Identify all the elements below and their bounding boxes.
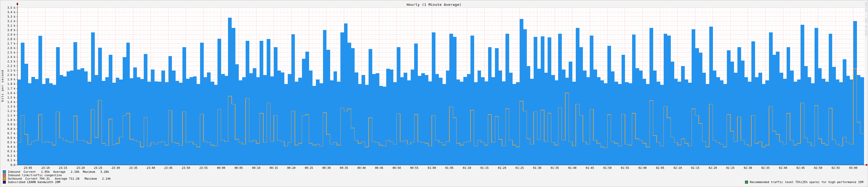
- svg-text:00:25: 00:25: [305, 166, 313, 169]
- svg-text:1.1 k: 1.1 k: [7, 114, 15, 117]
- svg-text:02:05: 02:05: [656, 166, 664, 169]
- svg-text:3.1 k: 3.1 k: [7, 24, 15, 27]
- svg-text:02:30: 02:30: [744, 166, 752, 169]
- svg-text:1.5 k: 1.5 k: [7, 96, 15, 99]
- svg-text:2.0 k: 2.0 k: [7, 73, 15, 76]
- svg-text:02:10: 02:10: [674, 166, 682, 169]
- svg-text:2.5 k: 2.5 k: [7, 51, 15, 54]
- recommended-level-swatch-icon: [745, 181, 748, 184]
- svg-text:1.4 k: 1.4 k: [7, 101, 15, 103]
- svg-text:02:00: 02:00: [639, 166, 647, 169]
- svg-text:2.1 k: 2.1 k: [7, 69, 15, 72]
- inbound-swatch-icon: [3, 170, 6, 173]
- svg-text:00:50: 00:50: [393, 166, 401, 169]
- svg-text:02:20: 02:20: [709, 166, 717, 169]
- svg-text:03:00: 03:00: [849, 166, 858, 169]
- svg-text:3.4 k: 3.4 k: [7, 11, 15, 14]
- svg-text:02:45: 02:45: [796, 166, 805, 169]
- svg-text:01:55: 01:55: [621, 166, 629, 169]
- svg-text:01:30: 01:30: [533, 166, 541, 169]
- x-axis-arrow-icon: [866, 164, 868, 166]
- svg-text:02:40: 02:40: [779, 166, 787, 169]
- svg-text:2.2 k: 2.2 k: [7, 65, 15, 67]
- svg-text:01:40: 01:40: [568, 166, 577, 169]
- svg-text:2.9 k: 2.9 k: [7, 33, 15, 36]
- svg-text:3.5 k: 3.5 k: [7, 6, 15, 9]
- outbound-swatch-icon: [3, 177, 6, 180]
- svg-text:0.1 k: 0.1 k: [7, 159, 15, 162]
- svg-text:01:05: 01:05: [445, 166, 454, 169]
- svg-text:00:15: 00:15: [270, 166, 278, 169]
- svg-text:23:35: 23:35: [129, 166, 137, 169]
- recommended-level-label: Recommended traffic level 75%(25% spare)…: [750, 180, 863, 184]
- svg-text:23:50: 23:50: [182, 166, 190, 169]
- svg-text:0.9 k: 0.9 k: [7, 123, 15, 126]
- svg-text:02:55: 02:55: [831, 166, 840, 169]
- y-tick-labels: 0.00.1 k0.2 k0.3 k0.4 k0.5 k0.6 k0.7 k0.…: [7, 6, 15, 166]
- legend-row-subscribed-bandwidth-label: Subscribed LEARN bandwidth 20M: [8, 180, 60, 184]
- traffic-plot: 23:0523:1023:1523:2023:2523:3023:3523:40…: [0, 0, 868, 187]
- recommended-level-note: Recommended traffic level 75%(25% spare)…: [745, 180, 863, 184]
- svg-text:1.0 k: 1.0 k: [7, 119, 15, 121]
- svg-text:0.5 k: 0.5 k: [7, 141, 15, 144]
- svg-text:01:50: 01:50: [603, 166, 612, 169]
- svg-text:1.3 k: 1.3 k: [7, 105, 15, 108]
- subscribed-bandwidth-swatch-icon: [3, 181, 6, 184]
- svg-text:01:15: 01:15: [480, 166, 489, 169]
- svg-text:0.7 k: 0.7 k: [7, 132, 15, 135]
- svg-text:23:25: 23:25: [94, 166, 102, 169]
- svg-text:23:30: 23:30: [112, 166, 120, 169]
- svg-text:01:35: 01:35: [551, 166, 559, 169]
- x-tick-labels: 23:0523:1023:1523:2023:2523:3023:3523:40…: [24, 166, 858, 169]
- inbound-congestion-swatch-icon: [3, 174, 6, 177]
- svg-text:1.8 k: 1.8 k: [7, 83, 15, 85]
- svg-text:02:15: 02:15: [691, 166, 700, 169]
- svg-text:1.7 k: 1.7 k: [7, 87, 15, 90]
- svg-text:0.4 k: 0.4 k: [7, 145, 15, 148]
- svg-text:23:45: 23:45: [164, 166, 173, 169]
- svg-text:0.6 k: 0.6 k: [7, 136, 15, 139]
- legend-row-inbound-label: Inbound Current 1.95k Average 2.19k Maxi…: [8, 170, 109, 174]
- svg-text:0.0: 0.0: [10, 163, 15, 166]
- svg-text:3.3 k: 3.3 k: [7, 15, 15, 18]
- svg-text:00:10: 00:10: [252, 166, 260, 169]
- svg-text:02:35: 02:35: [762, 166, 770, 169]
- svg-text:00:00: 00:00: [217, 166, 225, 169]
- svg-text:2.7 k: 2.7 k: [7, 42, 15, 45]
- y-axis-title: bits per second: [1, 67, 4, 104]
- svg-text:3.2 k: 3.2 k: [7, 20, 15, 23]
- svg-text:23:05: 23:05: [24, 166, 32, 169]
- svg-text:01:00: 01:00: [428, 166, 436, 169]
- traffic-graph-frame: 23:0523:1023:1523:2023:2523:3023:3523:40…: [0, 0, 868, 187]
- svg-text:01:20: 01:20: [498, 166, 506, 169]
- svg-text:23:40: 23:40: [147, 166, 155, 169]
- graph-title: Hourly (1 Minute Average): [0, 3, 868, 7]
- svg-text:2.6 k: 2.6 k: [7, 46, 15, 50]
- legend-row-inbound-congestion-label: Inbound link/traffic congestion: [8, 174, 62, 177]
- svg-text:00:40: 00:40: [358, 166, 366, 169]
- svg-text:2.3 k: 2.3 k: [7, 60, 15, 63]
- svg-text:01:10: 01:10: [463, 166, 471, 169]
- svg-text:00:45: 00:45: [375, 166, 383, 169]
- svg-text:1.6 k: 1.6 k: [7, 92, 15, 95]
- legend-row-subscribed-bandwidth: Subscribed LEARN bandwidth 20M: [3, 180, 111, 184]
- svg-text:3.0 k: 3.0 k: [7, 29, 15, 32]
- svg-text:23:15: 23:15: [59, 166, 67, 169]
- legend-row-inbound: Inbound Current 1.95k Average 2.19k Maxi…: [3, 170, 111, 174]
- svg-text:0.3 k: 0.3 k: [7, 150, 15, 153]
- svg-text:02:50: 02:50: [814, 166, 823, 169]
- svg-text:00:05: 00:05: [235, 166, 243, 169]
- legend-row-inbound-congestion: Inbound link/traffic congestion: [3, 174, 111, 177]
- rrdtool-watermark: RRDTOOL / TOBI OETIKER: [865, 2, 867, 36]
- svg-text:0.8 k: 0.8 k: [7, 127, 15, 130]
- svg-text:1.9 k: 1.9 k: [7, 78, 15, 81]
- svg-text:00:35: 00:35: [340, 166, 348, 169]
- svg-text:23:20: 23:20: [76, 166, 85, 169]
- svg-text:02:25: 02:25: [726, 166, 735, 169]
- svg-text:2.8 k: 2.8 k: [7, 38, 15, 40]
- legend: Inbound Current 1.95k Average 2.19k Maxi…: [3, 170, 111, 184]
- legend-row-outbound-label: Outbound Current 704.31 Average 711.28 M…: [8, 177, 111, 180]
- svg-text:01:45: 01:45: [586, 166, 594, 169]
- svg-text:00:20: 00:20: [287, 166, 296, 169]
- legend-row-outbound: Outbound Current 704.31 Average 711.28 M…: [3, 177, 111, 180]
